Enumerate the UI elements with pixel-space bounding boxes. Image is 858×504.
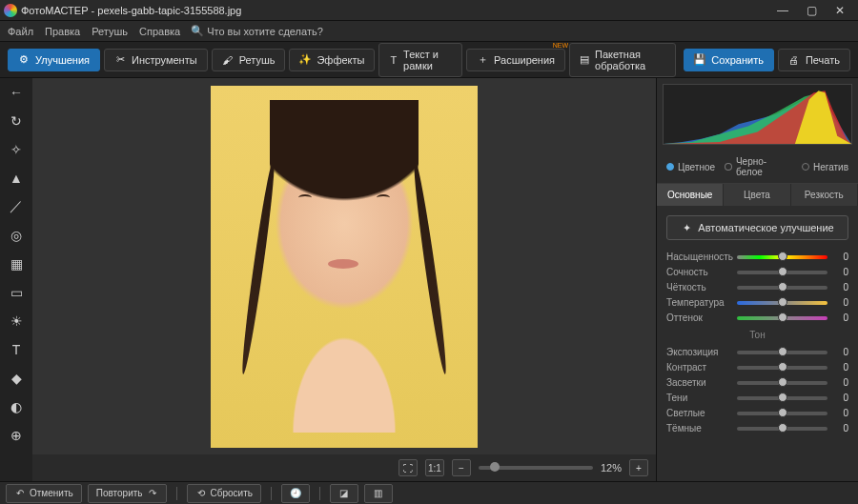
adjust-tabs: Основные Цвета Резкость xyxy=(657,184,858,206)
menu-bar: Файл Правка Ретушь Справка 🔍 Что вы хоти… xyxy=(0,21,858,42)
tool-heal[interactable]: ✧ xyxy=(4,139,29,160)
slider-whites[interactable] xyxy=(737,412,827,415)
zoom-in-button[interactable]: + xyxy=(629,459,648,476)
file-name: pexels-gabb-tapic-3155588.jpg xyxy=(97,5,241,16)
print-button[interactable]: 🖨Печать xyxy=(778,49,850,71)
main-row: ← ↻ ✧ ▲ ／ ◎ ▦ ▭ ☀ T ◆ ◐ ⊕ ⛶ 1:1 − 12% + xyxy=(0,78,858,481)
text-icon: T xyxy=(389,54,398,66)
stack-icon: ▤ xyxy=(580,54,589,66)
mode-color[interactable]: Цветное xyxy=(666,162,715,172)
tab-tools[interactable]: ✂Инструменты xyxy=(104,49,208,71)
zoom-out-button[interactable]: − xyxy=(452,459,471,476)
label-vibrance: Сочность xyxy=(666,267,731,277)
auto-enhance-button[interactable]: ✦ Автоматическое улучшение xyxy=(666,215,848,240)
history-icon: 🕘 xyxy=(290,488,301,499)
sliders-icon: ⚙ xyxy=(18,54,30,66)
sliders-group: Насыщенность0 Сочность0 Чёткость0 Темпер… xyxy=(657,250,858,439)
tab-enhance[interactable]: ⚙Улучшения xyxy=(8,49,100,71)
slider-vibrance[interactable] xyxy=(737,271,827,274)
before-after-button[interactable]: ▥ xyxy=(364,484,393,503)
label-whites: Светлые xyxy=(666,408,731,418)
label-saturation: Насыщенность xyxy=(666,252,731,262)
image-viewport[interactable] xyxy=(32,78,656,454)
mode-bw[interactable]: Черно-белое xyxy=(725,156,792,177)
undo-button[interactable]: ↶Отменить xyxy=(6,484,82,503)
tool-stamp[interactable]: ▲ xyxy=(4,168,29,189)
label-tint: Оттенок xyxy=(666,312,731,323)
tab-text-frames[interactable]: TТекст и рамки xyxy=(378,43,462,77)
label-temperature: Температура xyxy=(666,297,731,308)
bottom-bar: ↶Отменить Повторить↷ ⟲Сбросить 🕘 ◪ ▥ xyxy=(0,481,858,504)
menu-search[interactable]: 🔍 Что вы хотите сделать? xyxy=(192,26,323,37)
zoom-percent: 12% xyxy=(601,462,622,474)
reset-button[interactable]: ⟲Сбросить xyxy=(187,484,261,503)
tool-vignette[interactable]: ▭ xyxy=(4,282,29,303)
slider-contrast[interactable] xyxy=(737,366,827,370)
right-panel: Цветное Черно-белое Негатив Основные Цве… xyxy=(656,78,858,481)
close-button[interactable]: ✕ xyxy=(826,4,854,17)
redo-button[interactable]: Повторить↷ xyxy=(88,484,167,503)
tool-target[interactable]: ◎ xyxy=(4,225,29,246)
slider-shadows[interactable] xyxy=(737,396,827,400)
menu-file[interactable]: Файл xyxy=(8,26,33,37)
mode-negative[interactable]: Негатив xyxy=(802,162,848,172)
slider-saturation[interactable] xyxy=(737,255,827,259)
photo-preview xyxy=(211,86,478,448)
tool-pattern[interactable]: ▦ xyxy=(4,253,29,274)
label-shadows: Тени xyxy=(666,393,731,403)
tool-globe[interactable]: ⊕ xyxy=(4,425,29,446)
save-icon: 💾 xyxy=(694,54,705,66)
slider-exposure[interactable] xyxy=(737,351,827,354)
split-icon: ▥ xyxy=(373,488,384,499)
label-exposure: Экспозиция xyxy=(666,347,731,357)
left-toolbar: ← ↻ ✧ ▲ ／ ◎ ▦ ▭ ☀ T ◆ ◐ ⊕ xyxy=(0,78,32,481)
tool-brush[interactable]: ／ xyxy=(4,196,29,217)
slider-highlights[interactable] xyxy=(737,381,827,385)
slider-temperature[interactable] xyxy=(737,301,827,305)
tab-retouch[interactable]: 🖌Ретушь xyxy=(212,49,286,71)
minimize-button[interactable]: — xyxy=(768,4,797,17)
wand-icon: ✦ xyxy=(681,222,692,233)
zoom-1to1-button[interactable]: 1:1 xyxy=(425,459,444,476)
save-button[interactable]: 💾Сохранить xyxy=(684,49,774,71)
window-controls: — ▢ ✕ xyxy=(768,4,854,17)
app-icon xyxy=(4,4,17,17)
tool-fill[interactable]: ◆ xyxy=(4,368,29,389)
tool-back[interactable]: ← xyxy=(4,82,29,103)
menu-edit[interactable]: Правка xyxy=(45,26,80,37)
sparkle-icon: ✨ xyxy=(299,54,311,66)
tab-effects[interactable]: ✨Эффекты xyxy=(289,49,375,71)
reset-icon: ⟲ xyxy=(195,488,207,499)
tab-batch[interactable]: ▤Пакетная обработка xyxy=(569,43,676,77)
menu-retouch[interactable]: Ретушь xyxy=(92,26,128,37)
compare-icon: ◪ xyxy=(338,488,350,499)
slider-blacks[interactable] xyxy=(737,427,827,431)
tool-rotate[interactable]: ↻ xyxy=(4,111,29,131)
tool-droplet[interactable]: ◐ xyxy=(4,396,29,417)
history-button[interactable]: 🕘 xyxy=(281,484,310,503)
canvas-area: ⛶ 1:1 − 12% + xyxy=(32,78,656,481)
slider-clarity[interactable] xyxy=(737,286,827,290)
tab-extensions[interactable]: ＋Расширения xyxy=(466,49,565,71)
tool-text[interactable]: T xyxy=(4,339,29,360)
menu-help[interactable]: Справка xyxy=(139,26,180,37)
tool-exposure[interactable]: ☀ xyxy=(4,311,29,332)
maximize-button[interactable]: ▢ xyxy=(797,4,826,17)
zoom-slider[interactable] xyxy=(479,466,593,470)
tab-sharp[interactable]: Резкость xyxy=(791,184,858,206)
histogram xyxy=(663,84,852,145)
compare-button[interactable]: ◪ xyxy=(330,484,358,503)
tab-colors[interactable]: Цвета xyxy=(724,184,790,206)
app-name: ФотоМАСТЕР xyxy=(21,5,89,16)
slider-tint[interactable] xyxy=(737,316,827,320)
tab-basic[interactable]: Основные xyxy=(657,184,724,206)
zoom-bar: ⛶ 1:1 − 12% + xyxy=(32,454,656,481)
color-mode-row: Цветное Черно-белое Негатив xyxy=(657,151,858,184)
brush-icon: 🖌 xyxy=(222,54,234,66)
window-title: ФотоМАСТЕР - pexels-gabb-tapic-3155588.j… xyxy=(21,5,241,16)
print-icon: 🖨 xyxy=(788,54,800,66)
label-contrast: Контраст xyxy=(666,362,731,373)
undo-icon: ↶ xyxy=(14,488,26,499)
crop-icon: ✂ xyxy=(114,54,126,66)
fit-screen-button[interactable]: ⛶ xyxy=(398,459,418,476)
